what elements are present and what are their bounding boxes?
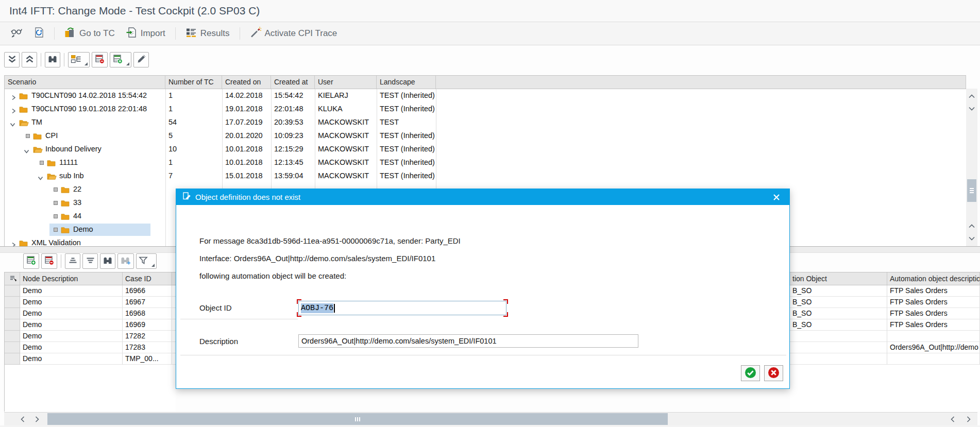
activate-cpi-trace-button[interactable]: Activate CPI Trace bbox=[247, 25, 341, 42]
tree-row[interactable]: sub Inb715.01.201813:59:04MACKOWSKITTEST… bbox=[5, 169, 966, 183]
column-header-automation-object-description[interactable]: Automation object description bbox=[887, 272, 980, 285]
scroll-right-icon[interactable] bbox=[30, 413, 44, 425]
column-header-tion-object[interactable]: tion Object bbox=[790, 272, 887, 285]
scroll-left-icon[interactable] bbox=[945, 413, 960, 425]
scroll-left-icon[interactable] bbox=[15, 413, 30, 425]
confirm-button[interactable] bbox=[741, 365, 760, 381]
insert-row-button[interactable] bbox=[110, 52, 131, 67]
tree-row[interactable]: 11111110.01.201812:13:45MACKOWSKITTEST (… bbox=[5, 156, 966, 169]
dialog-title-bar[interactable]: Object definition does not exist bbox=[176, 189, 789, 205]
tree-node-label[interactable]: 44 bbox=[73, 212, 81, 220]
row-selector[interactable] bbox=[5, 342, 20, 353]
go-to-tc-icon bbox=[64, 27, 76, 41]
scroll-down-icon[interactable] bbox=[966, 103, 977, 114]
table-row[interactable]: Demo16966 bbox=[5, 285, 176, 297]
results-button[interactable]: Results bbox=[182, 26, 233, 42]
close-icon[interactable] bbox=[770, 191, 783, 204]
column-header-created-at[interactable]: Created at bbox=[271, 76, 315, 89]
tree-node-label[interactable]: sub Inb bbox=[59, 172, 84, 180]
tree-node-label[interactable]: XML Validation bbox=[31, 238, 81, 247]
column-header-landscape[interactable]: Landscape bbox=[377, 76, 436, 89]
select-all-button[interactable] bbox=[5, 272, 20, 285]
expand-all-button[interactable] bbox=[4, 52, 20, 67]
delete-row-button[interactable] bbox=[92, 52, 108, 67]
delete-row-button[interactable] bbox=[41, 253, 57, 269]
column-header-case-id[interactable]: Case ID bbox=[123, 272, 172, 285]
table-row[interactable]: Demo17283 bbox=[5, 342, 176, 353]
description-input[interactable] bbox=[298, 334, 638, 348]
find-button[interactable] bbox=[100, 253, 115, 269]
tree-row[interactable]: T90CLNT090 19.01.2018 22:01:48119.01.201… bbox=[5, 103, 966, 116]
tree-collapse-icon[interactable] bbox=[10, 120, 15, 129]
row-selector[interactable] bbox=[5, 285, 20, 297]
tree-vertical-scrollbar[interactable] bbox=[966, 89, 977, 246]
sort-descending-button[interactable] bbox=[82, 253, 98, 269]
table-row[interactable]: Demo16968 bbox=[5, 308, 176, 319]
tree-node-label[interactable]: T90CLNT090 19.01.2018 22:01:48 bbox=[31, 105, 147, 113]
row-selector[interactable] bbox=[5, 331, 20, 342]
insert-row-button[interactable] bbox=[23, 253, 39, 269]
table-row[interactable]: B_SOFTP Sales Orders bbox=[790, 297, 980, 308]
edit-button[interactable] bbox=[133, 52, 149, 67]
column-header-number-of-tc[interactable]: Number of TC bbox=[165, 76, 222, 89]
display-change-icon bbox=[10, 27, 23, 40]
table-row[interactable] bbox=[790, 331, 980, 342]
horizontal-scroll-thumb[interactable] bbox=[47, 413, 668, 425]
find-next-button[interactable] bbox=[117, 253, 134, 269]
tree-node-label[interactable]: T90CLNT090 14.02.2018 15:54:42 bbox=[31, 91, 147, 99]
tree-row[interactable]: TM5417.07.201920:39:53MACKOWSKITTEST bbox=[5, 116, 966, 129]
tree-node-label[interactable]: Inbound Delivery bbox=[45, 145, 102, 153]
scroll-right-icon[interactable] bbox=[961, 413, 976, 425]
tree-node-label[interactable]: CPI bbox=[45, 131, 58, 140]
sort-ascending-button[interactable] bbox=[65, 253, 80, 269]
table-row[interactable]: Demo17282 bbox=[5, 331, 176, 342]
table-row[interactable]: B_SOFTP Sales Orders bbox=[790, 308, 980, 319]
scroll-up-icon[interactable] bbox=[966, 220, 977, 232]
column-header-user[interactable]: User bbox=[315, 76, 377, 89]
tree-expand-icon[interactable] bbox=[11, 93, 16, 103]
cancel-button[interactable] bbox=[764, 365, 783, 381]
cell-case-id: 17282 bbox=[123, 331, 172, 342]
tree-node-label[interactable]: 11111 bbox=[59, 158, 78, 166]
go-to-tc-button[interactable]: Go to TC bbox=[61, 25, 118, 42]
tree-collapse-icon[interactable] bbox=[38, 174, 43, 183]
tree-node-label[interactable]: Demo bbox=[73, 225, 93, 233]
horizontal-scrollbar[interactable] bbox=[4, 412, 977, 425]
column-tree-button[interactable] bbox=[68, 52, 90, 67]
table-row[interactable]: Orders96A_Out|http://demo bbox=[790, 342, 980, 353]
table-row[interactable]: DemoTMP_00... bbox=[5, 353, 176, 365]
table-row[interactable]: Demo16967 bbox=[5, 297, 176, 308]
table-row[interactable]: B_SOFTP Sales Orders bbox=[790, 319, 980, 331]
column-header-scenario[interactable]: Scenario bbox=[5, 76, 165, 89]
tree-collapse-icon[interactable] bbox=[24, 147, 29, 156]
scroll-up-icon[interactable] bbox=[966, 91, 977, 102]
tree-cell-tc: 1 bbox=[168, 158, 173, 166]
column-header-created-on[interactable]: Created on bbox=[222, 76, 271, 89]
tree-row[interactable]: T90CLNT090 14.02.2018 15:54:42114.02.201… bbox=[5, 89, 966, 103]
refresh-button[interactable] bbox=[30, 25, 47, 42]
tree-expand-icon[interactable] bbox=[11, 107, 16, 116]
tree-node-label[interactable]: TM bbox=[31, 118, 42, 126]
column-header-node-description[interactable]: Node Description bbox=[20, 272, 123, 285]
tree-node-label[interactable]: 22 bbox=[73, 185, 81, 193]
tree-node-label[interactable]: 33 bbox=[73, 198, 81, 207]
object-id-input[interactable]: AOBJ-76 bbox=[298, 301, 506, 315]
row-selector[interactable] bbox=[5, 297, 20, 308]
tree-row[interactable]: CPI520.01.202010:09:23MACKOWSKITTEST (In… bbox=[5, 129, 966, 143]
cell-automation-object bbox=[790, 331, 887, 342]
tree-row[interactable]: Inbound Delivery1010.01.201812:15:29MACK… bbox=[5, 143, 966, 156]
row-selector[interactable] bbox=[5, 353, 20, 365]
row-selector[interactable] bbox=[5, 319, 20, 331]
object-id-selected-text: AOBJ-76 bbox=[301, 303, 333, 313]
table-row[interactable]: Demo16969 bbox=[5, 319, 176, 331]
vertical-scroll-thumb[interactable] bbox=[967, 179, 976, 202]
display-change-button[interactable] bbox=[7, 25, 26, 42]
collapse-all-button[interactable] bbox=[22, 52, 37, 67]
scroll-down-icon[interactable] bbox=[966, 233, 977, 244]
table-row[interactable]: B_SOFTP Sales Orders bbox=[790, 285, 980, 297]
row-selector[interactable] bbox=[5, 308, 20, 319]
table-row[interactable] bbox=[790, 353, 980, 365]
import-button[interactable]: Import bbox=[123, 25, 168, 42]
find-button[interactable] bbox=[45, 52, 60, 67]
filter-button[interactable] bbox=[136, 253, 157, 269]
